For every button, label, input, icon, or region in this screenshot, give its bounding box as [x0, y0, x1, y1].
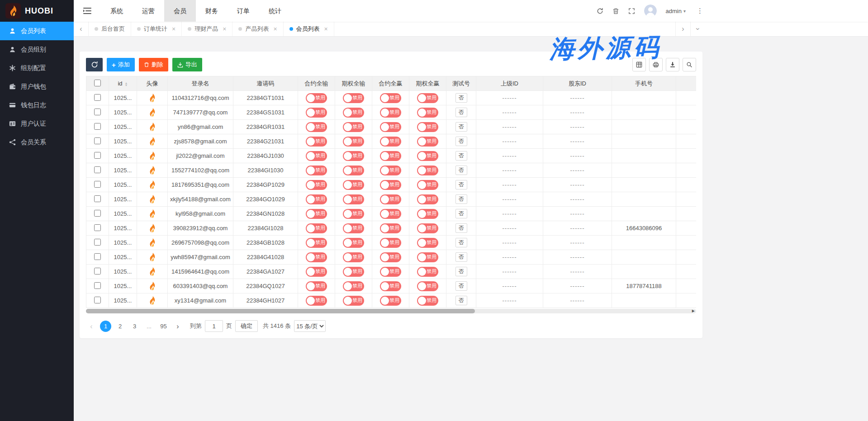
option-win-toggle[interactable]: 禁用	[417, 296, 438, 306]
contract-lose-toggle[interactable]: 禁用	[306, 281, 327, 291]
row-checkbox[interactable]	[94, 94, 101, 101]
contract-lose-toggle[interactable]: 禁用	[306, 267, 327, 277]
option-lose-toggle[interactable]: 禁用	[343, 238, 364, 248]
page-number[interactable]: 2	[114, 321, 126, 332]
next-page-icon[interactable]: ›	[172, 321, 183, 332]
contract-win-toggle[interactable]: 禁用	[380, 122, 401, 132]
contract-win-toggle[interactable]: 禁用	[380, 93, 401, 103]
brand-logo[interactable]: HUOBI	[0, 0, 74, 22]
tabs-scroll-left-icon[interactable]: ‹	[74, 22, 89, 36]
option-lose-toggle[interactable]: 禁用	[343, 151, 364, 161]
option-lose-toggle[interactable]: 禁用	[343, 281, 364, 291]
row-checkbox[interactable]	[94, 297, 101, 303]
sidebar-item-user-wallet[interactable]: 用户钱包	[0, 77, 74, 96]
option-lose-toggle[interactable]: 禁用	[343, 93, 364, 103]
contract-win-toggle[interactable]: 禁用	[380, 296, 401, 306]
add-button[interactable]: + 添加	[107, 58, 135, 71]
option-win-toggle[interactable]: 禁用	[417, 151, 438, 161]
contract-lose-toggle[interactable]: 禁用	[306, 122, 327, 132]
option-lose-toggle[interactable]: 禁用	[343, 296, 364, 306]
row-checkbox[interactable]	[94, 253, 101, 260]
download-button[interactable]	[666, 58, 679, 71]
tabs-scroll-right-icon[interactable]: ›	[675, 22, 690, 36]
option-win-toggle[interactable]: 禁用	[417, 93, 438, 103]
row-checkbox[interactable]	[94, 109, 101, 115]
contract-win-toggle[interactable]: 禁用	[380, 180, 401, 190]
sidebar-item-group-config[interactable]: 组别配置	[0, 59, 74, 77]
contract-win-toggle[interactable]: 禁用	[380, 194, 401, 204]
option-win-toggle[interactable]: 禁用	[417, 108, 438, 118]
option-win-toggle[interactable]: 禁用	[417, 252, 438, 262]
trash-icon[interactable]	[612, 8, 619, 14]
option-win-toggle[interactable]: 禁用	[417, 137, 438, 147]
contract-lose-toggle[interactable]: 禁用	[306, 166, 327, 175]
contract-lose-toggle[interactable]: 禁用	[306, 296, 327, 306]
option-win-toggle[interactable]: 禁用	[417, 194, 438, 204]
confirm-button[interactable]: 确定	[235, 320, 258, 332]
contract-win-toggle[interactable]: 禁用	[380, 238, 401, 248]
more-options-icon[interactable]: ⋮	[695, 7, 705, 15]
row-checkbox[interactable]	[94, 282, 101, 289]
row-checkbox[interactable]	[94, 166, 101, 173]
export-button[interactable]: 导出	[172, 58, 202, 71]
option-lose-toggle[interactable]: 禁用	[343, 223, 364, 233]
option-lose-toggle[interactable]: 禁用	[343, 194, 364, 204]
option-lose-toggle[interactable]: 禁用	[343, 137, 364, 147]
search-button[interactable]	[683, 58, 696, 71]
option-win-toggle[interactable]: 禁用	[417, 209, 438, 219]
row-checkbox[interactable]	[94, 123, 101, 130]
page-number[interactable]: 95	[158, 321, 169, 332]
nav-item-member[interactable]: 会员	[164, 0, 196, 22]
contract-win-toggle[interactable]: 禁用	[380, 223, 401, 233]
nav-item-finance[interactable]: 财务	[196, 0, 228, 22]
contract-lose-toggle[interactable]: 禁用	[306, 151, 327, 161]
option-lose-toggle[interactable]: 禁用	[343, 180, 364, 190]
row-checkbox[interactable]	[94, 195, 101, 202]
nav-item-operation[interactable]: 运营	[133, 0, 164, 22]
tabs-menu-icon[interactable]: ›	[690, 22, 705, 36]
fullscreen-icon[interactable]	[628, 8, 635, 14]
option-win-toggle[interactable]: 禁用	[417, 281, 438, 291]
contract-lose-toggle[interactable]: 禁用	[306, 194, 327, 204]
option-lose-toggle[interactable]: 禁用	[343, 209, 364, 219]
contract-win-toggle[interactable]: 禁用	[380, 267, 401, 277]
sidebar-item-member-list[interactable]: 会员列表	[0, 22, 74, 40]
option-lose-toggle[interactable]: 禁用	[343, 252, 364, 262]
option-win-toggle[interactable]: 禁用	[417, 122, 438, 132]
goto-page-input[interactable]	[205, 320, 223, 332]
delete-button[interactable]: 删除	[139, 58, 168, 71]
contract-win-toggle[interactable]: 禁用	[380, 281, 401, 291]
tab-order-stats[interactable]: 订单统计 ×	[131, 22, 182, 36]
contract-lose-toggle[interactable]: 禁用	[306, 252, 327, 262]
sidebar-item-member-groups[interactable]: 会员组别	[0, 40, 74, 59]
contract-win-toggle[interactable]: 禁用	[380, 166, 401, 175]
option-lose-toggle[interactable]: 禁用	[343, 108, 364, 118]
refresh-table-button[interactable]	[86, 58, 103, 71]
tab-product-list[interactable]: 产品列表 ×	[232, 22, 283, 36]
contract-lose-toggle[interactable]: 禁用	[306, 238, 327, 248]
row-checkbox[interactable]	[94, 137, 101, 144]
contract-win-toggle[interactable]: 禁用	[380, 108, 401, 118]
nav-item-statistics[interactable]: 统计	[259, 0, 291, 22]
tab-finance-products[interactable]: 理财产品 ×	[182, 22, 232, 36]
contract-lose-toggle[interactable]: 禁用	[306, 180, 327, 190]
contract-win-toggle[interactable]: 禁用	[380, 209, 401, 219]
contract-lose-toggle[interactable]: 禁用	[306, 209, 327, 219]
contract-win-toggle[interactable]: 禁用	[380, 252, 401, 262]
tab-close-icon[interactable]: ×	[324, 25, 328, 33]
option-lose-toggle[interactable]: 禁用	[343, 166, 364, 175]
row-checkbox[interactable]	[94, 210, 101, 217]
nav-item-system[interactable]: 系统	[101, 0, 133, 22]
tab-close-icon[interactable]: ×	[172, 25, 175, 33]
page-number[interactable]: 1	[100, 321, 111, 332]
columns-toggle-button[interactable]	[632, 58, 646, 71]
row-checkbox[interactable]	[94, 152, 101, 159]
user-avatar[interactable]	[644, 5, 657, 17]
scrollbar-right-arrow-icon[interactable]: ▶	[692, 309, 695, 313]
option-win-toggle[interactable]: 禁用	[417, 223, 438, 233]
contract-lose-toggle[interactable]: 禁用	[306, 108, 327, 118]
tab-member-list[interactable]: 会员列表 ×	[284, 22, 334, 36]
print-button[interactable]	[649, 58, 663, 71]
tab-home[interactable]: 后台首页	[89, 22, 131, 36]
contract-lose-toggle[interactable]: 禁用	[306, 137, 327, 147]
